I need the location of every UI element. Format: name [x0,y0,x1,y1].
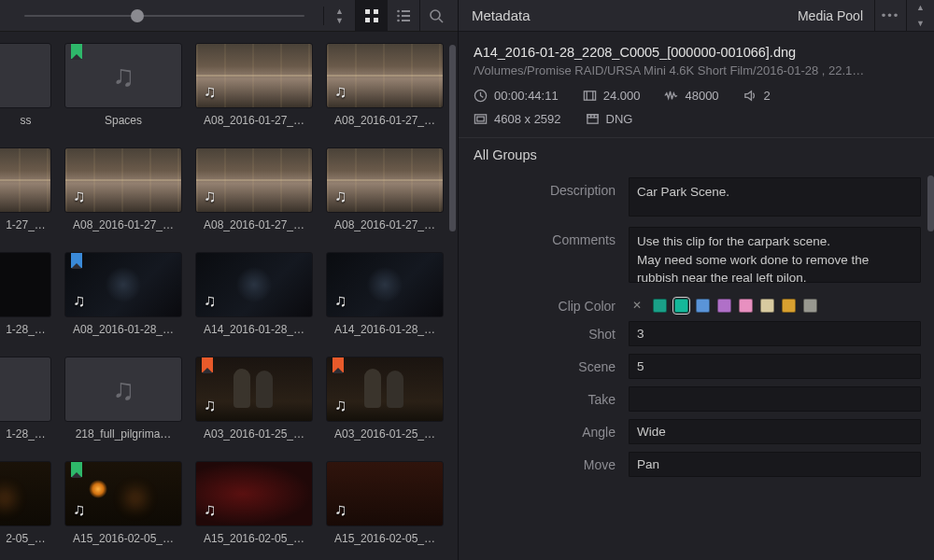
scrollbar-thumb[interactable] [449,45,456,231]
shot-input[interactable] [629,321,921,346]
flag-icon [71,253,82,268]
clip-color-clear[interactable]: ✕ [629,297,645,314]
clip-color-swatch[interactable] [782,299,796,313]
clip-thumbnail[interactable]: ♫A08_2016-01-27_… [195,43,313,127]
thumbnail-label: A08_2016-01-27_… [195,218,313,231]
thumbnail-size-slider[interactable] [6,15,323,17]
svg-rect-17 [477,117,485,121]
thumbnail-label: A14_2016-01-28_… [195,323,313,336]
clip-thumbnail[interactable]: ♫A03_2016-01-25_… [195,357,313,441]
stat-duration: 00:00:44:11 [474,89,559,103]
clip-color-swatch[interactable] [674,299,688,313]
metadata-header: Metadata Media Pool ••• ▲ ▼ [459,0,934,32]
clip-thumbnail[interactable]: ♫A15_2016-02-05_… [195,461,313,545]
list-view-button[interactable] [388,0,419,32]
svg-rect-3 [374,18,378,22]
clip-thumbnail[interactable]: ♫1-27_… [0,147,51,231]
metadata-pane: Metadata Media Pool ••• ▲ ▼ A14_2016-01-… [459,0,934,560]
svg-rect-7 [402,15,410,17]
clip-thumbnail[interactable]: ♫ss [0,43,51,127]
audio-badge-icon: ♫ [73,500,86,520]
clip-color-swatch[interactable] [696,299,710,313]
codec-icon [586,112,600,126]
flag-icon [333,357,344,372]
stat-resolution: 4608 x 2592 [474,112,561,126]
clip-thumbnail[interactable]: ♫A08_2016-01-27_… [326,43,444,127]
svg-rect-13 [584,91,595,100]
flag-icon [71,462,82,477]
clip-color-swatch[interactable] [653,299,667,313]
thumbnail-label: 218_full_pilgrima… [64,427,182,441]
grid-icon [364,8,379,23]
clip-thumbnail[interactable]: ♫A08_2016-01-27_… [64,147,182,231]
label-move: Move [459,452,629,472]
svg-rect-9 [402,20,410,21]
clip-filename: A14_2016-01-28_2208_C0005_[000000-001066… [474,45,919,60]
sort-desc-button[interactable]: ▼ [324,16,355,25]
audio-badge-icon: ♫ [73,187,86,206]
angle-input[interactable] [629,419,921,444]
thumbnail-label: A14_2016-01-28_… [326,323,444,336]
audio-icon: ♫ [0,357,50,421]
svg-rect-18 [587,115,597,123]
clip-thumbnail[interactable]: ♫A03_2016-01-25_… [326,357,444,441]
clip-thumbnail[interactable]: ♫A15_2016-02-05_… [64,461,182,545]
panel-title: Metadata [472,7,531,23]
description-input[interactable] [629,177,921,217]
thumbnail-label: A15_2016-02-05_… [64,532,182,545]
scene-input[interactable] [629,354,921,379]
clip-thumbnail[interactable]: ♫218_full_pilgrima… [64,357,182,441]
clip-thumbnail[interactable]: ♫Spaces [64,43,182,127]
thumbnail-label: A15_2016-02-05_… [195,532,313,545]
clip-color-swatch[interactable] [760,299,774,313]
media-browser-pane: ▲ ▼ ♫ss♫Spaces♫A08_2016-01-27_…♫A08_2016… [0,0,458,560]
film-icon [583,89,597,103]
clip-thumbnail[interactable]: ♫A08_2016-01-27_… [195,147,313,231]
audio-badge-icon: ♫ [204,291,217,311]
comments-input[interactable] [629,227,921,283]
thumbnail-label: A15_2016-02-05_… [326,532,444,545]
form-scrollbar[interactable] [927,175,934,231]
clip-filepath: /Volumes/Promise RAID/URSA Mini 4.6K Sho… [474,63,919,77]
clip-thumbnail[interactable]: ♫A14_2016-01-28_… [326,252,444,336]
stat-samplerate: 48000 [664,89,718,103]
view-selector-dropdown[interactable]: Media Pool [786,8,874,23]
audio-badge-icon: ♫ [334,82,347,102]
expand-button[interactable]: ▲ [907,0,934,16]
audio-badge-icon: ♫ [73,291,86,311]
move-input[interactable] [629,452,921,477]
clip-thumbnail[interactable]: ♫A14_2016-01-28_… [195,252,313,336]
clip-thumbnail[interactable]: ♫A08_2016-01-28_… [64,252,182,336]
thumbnail-label: 1-28_… [0,323,51,336]
clip-thumbnail[interactable]: ♫A08_2016-01-27_… [326,147,444,231]
thumbnail-label: A03_2016-01-25_… [326,427,444,441]
metadata-form: Description Comments Clip Color ✕ Shot S… [459,172,934,484]
audio-badge-icon: ♫ [204,82,217,102]
thumbnail-label: ss [0,114,51,127]
speaker-icon [743,89,757,103]
take-input[interactable] [629,386,921,412]
options-menu-button[interactable]: ••• [874,0,906,31]
svg-point-10 [431,10,440,20]
clip-thumbnail[interactable]: ♫1-28_… [0,252,51,336]
clip-thumbnail[interactable]: ♫A15_2016-02-05_… [326,461,444,545]
clip-color-swatch[interactable] [739,299,753,313]
thumbnail-grid[interactable]: ♫ss♫Spaces♫A08_2016-01-27_…♫A08_2016-01-… [0,32,458,560]
search-button[interactable] [420,0,452,32]
browser-toolbar: ▲ ▼ [0,0,458,32]
audio-icon: ♫ [0,44,50,107]
clip-color-swatch[interactable] [717,299,731,313]
clip-color-swatch[interactable] [803,299,817,313]
thumbnail-label: A08_2016-01-27_… [195,114,313,127]
clip-thumbnail[interactable]: ♫2-05_… [0,461,51,545]
audio-badge-icon: ♫ [204,396,217,415]
label-angle: Angle [459,419,629,440]
stat-fps: 24.000 [583,89,641,103]
label-shot: Shot [459,321,629,342]
clip-thumbnail[interactable]: ♫1-28_… [0,357,51,441]
thumbnail-label: 2-05_… [0,532,51,545]
label-take: Take [459,386,629,407]
sort-asc-button[interactable]: ▲ [324,7,355,16]
grid-view-button[interactable] [356,0,388,32]
collapse-button[interactable]: ▼ [907,16,934,32]
